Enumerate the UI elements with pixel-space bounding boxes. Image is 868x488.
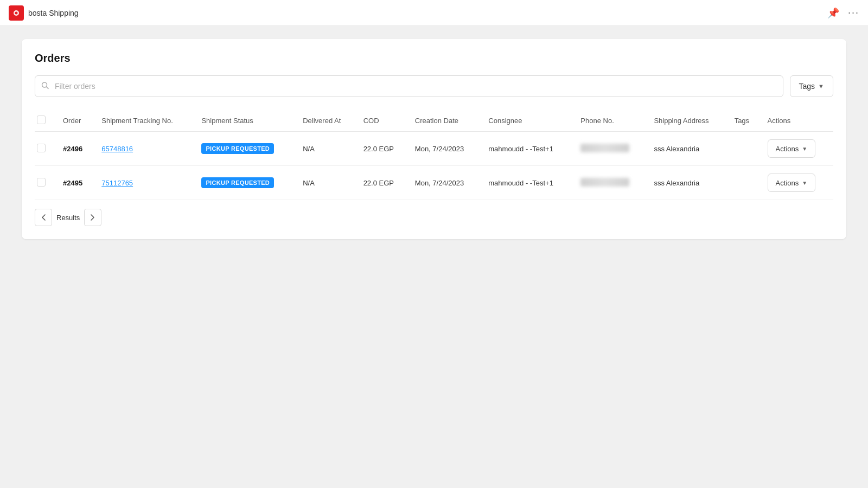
actions-chevron-icon-0: ▼: [802, 146, 807, 152]
row-checkbox-cell: [35, 132, 56, 166]
actions-label-1: Actions: [776, 179, 799, 187]
actions-button-1[interactable]: Actions ▼: [768, 174, 816, 192]
orders-table: Order Shipment Tracking No. Shipment Sta…: [35, 110, 833, 200]
row-order-1: #2495: [56, 166, 95, 200]
tags-button-label: Tags: [799, 82, 815, 91]
row-phone-1: [574, 166, 647, 200]
row-address-1: sss Alexandria: [647, 166, 727, 200]
row-tracking-1: 75112765: [95, 166, 195, 200]
topbar: bosta Shipping 📌 ···: [0, 0, 868, 26]
row-checkbox-cell: [35, 166, 56, 200]
filter-bar: Tags ▼: [35, 75, 833, 97]
row-actions-0: Actions ▼: [761, 132, 833, 166]
tracking-link-0[interactable]: 65748816: [101, 145, 133, 153]
table-header-row: Order Shipment Tracking No. Shipment Sta…: [35, 110, 833, 132]
col-consignee: Consignee: [482, 110, 574, 132]
row-creation-1: Mon, 7/24/2023: [409, 166, 482, 200]
row-address-0: sss Alexandria: [647, 132, 727, 166]
row-tracking-0: 65748816: [95, 132, 195, 166]
row-tags-1: [728, 166, 761, 200]
row-cod-1: 22.0 EGP: [357, 166, 409, 200]
tracking-link-1[interactable]: 75112765: [101, 179, 133, 187]
actions-chevron-icon-1: ▼: [802, 180, 807, 186]
app-title: bosta Shipping: [28, 9, 79, 17]
row-consignee-0: mahmoudd - -Test+1: [482, 132, 574, 166]
col-status: Shipment Status: [195, 110, 296, 132]
actions-button-0[interactable]: Actions ▼: [768, 139, 816, 158]
col-order: Order: [56, 110, 95, 132]
topbar-right: 📌 ···: [827, 7, 859, 19]
select-all-checkbox[interactable]: [37, 115, 46, 124]
row-consignee-1: mahmoudd - -Test+1: [482, 166, 574, 200]
col-tracking: Shipment Tracking No.: [95, 110, 195, 132]
prev-page-button[interactable]: [35, 209, 52, 226]
row-cod-0: 22.0 EGP: [357, 132, 409, 166]
select-all-col: [35, 110, 56, 132]
more-options-icon[interactable]: ···: [848, 7, 859, 18]
order-number-0: #2496: [63, 145, 82, 153]
results-label: Results: [56, 214, 80, 222]
pagination: Results: [35, 209, 833, 226]
table-row: #2496 65748816 PICKUP REQUESTED N/A 22.0…: [35, 132, 833, 166]
next-page-button[interactable]: [84, 209, 101, 226]
table-row: #2495 75112765 PICKUP REQUESTED N/A 22.0…: [35, 166, 833, 200]
main-content: Orders Tags ▼: [0, 26, 868, 488]
orders-card: Orders Tags ▼: [22, 39, 846, 239]
search-icon: [41, 82, 49, 91]
svg-point-2: [15, 11, 18, 14]
row-status-0: PICKUP REQUESTED: [195, 132, 296, 166]
status-badge-1: PICKUP REQUESTED: [201, 177, 274, 188]
row-checkbox-1[interactable]: [37, 178, 46, 187]
row-phone-0: [574, 132, 647, 166]
tags-button[interactable]: Tags ▼: [790, 75, 833, 97]
tags-chevron-icon: ▼: [818, 83, 824, 89]
row-order-0: #2496: [56, 132, 95, 166]
actions-label-0: Actions: [776, 145, 799, 153]
row-actions-1: Actions ▼: [761, 166, 833, 200]
row-checkbox-0[interactable]: [37, 144, 46, 152]
search-input[interactable]: [35, 75, 783, 97]
row-tags-0: [728, 132, 761, 166]
page-title: Orders: [35, 52, 833, 65]
phone-blurred-0: [580, 144, 629, 152]
col-delivered: Delivered At: [296, 110, 356, 132]
col-address: Shipping Address: [647, 110, 727, 132]
topbar-left: bosta Shipping: [9, 5, 79, 21]
row-delivered-0: N/A: [296, 132, 356, 166]
pin-icon[interactable]: 📌: [827, 7, 839, 19]
row-status-1: PICKUP REQUESTED: [195, 166, 296, 200]
search-container: [35, 75, 783, 97]
svg-line-4: [47, 87, 49, 89]
bosta-logo-icon: [9, 5, 24, 21]
row-creation-0: Mon, 7/24/2023: [409, 132, 482, 166]
status-badge-0: PICKUP REQUESTED: [201, 143, 274, 154]
col-tags: Tags: [728, 110, 761, 132]
col-creation: Creation Date: [409, 110, 482, 132]
phone-blurred-1: [580, 178, 629, 187]
row-delivered-1: N/A: [296, 166, 356, 200]
col-cod: COD: [357, 110, 409, 132]
col-phone: Phone No.: [574, 110, 647, 132]
order-number-1: #2495: [63, 179, 82, 187]
col-actions: Actions: [761, 110, 833, 132]
